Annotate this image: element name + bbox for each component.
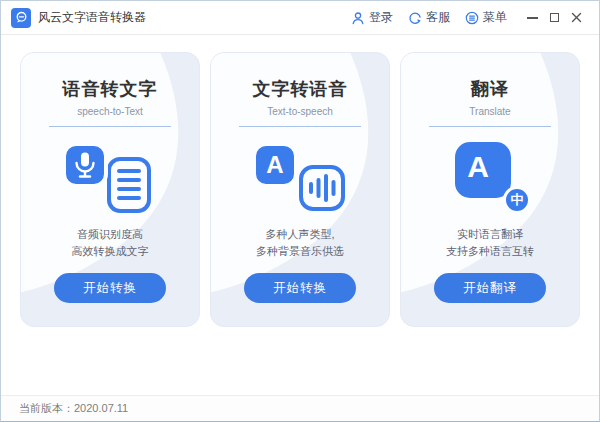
card-divider	[239, 126, 361, 127]
user-icon	[351, 11, 365, 25]
app-window: 风云文字语音转换器 登录 客服	[0, 0, 600, 422]
document-icon	[106, 156, 152, 214]
menu-button[interactable]: 菜单	[465, 9, 507, 26]
main-content: 语音转文字 speech-to-Text	[1, 35, 599, 395]
letter-a-icon: A	[252, 142, 298, 188]
customer-service-button[interactable]: 客服	[408, 9, 450, 26]
card-title: 文字转语音	[253, 77, 348, 101]
card-divider	[429, 126, 551, 127]
card-description-line1: 实时语言翻译	[446, 226, 534, 243]
footer-bar: 当前版本：2020.07.11	[1, 395, 599, 421]
microphone-icon	[62, 142, 108, 188]
card-description-line1: 音频识别度高	[72, 226, 149, 243]
start-convert-button-1[interactable]: 开始转换	[54, 273, 166, 303]
letter-a-glyph: A	[266, 153, 283, 177]
start-translate-button[interactable]: 开始翻译	[434, 273, 546, 303]
translate-letter-glyph: A	[467, 152, 489, 182]
card-title: 翻译	[471, 77, 509, 101]
card-subtitle: Translate	[469, 106, 510, 117]
customer-service-label: 客服	[426, 9, 450, 26]
chinese-char-glyph: 中	[511, 191, 524, 209]
window-controls	[521, 7, 587, 29]
app-title: 风云文字语音转换器	[38, 9, 146, 26]
card-speech-to-text: 语音转文字 speech-to-Text	[20, 52, 200, 327]
menu-icon	[465, 11, 479, 25]
version-label: 当前版本：2020.07.11	[19, 401, 128, 416]
chinese-char-badge-icon: 中	[503, 186, 531, 214]
card-description: 多种人声类型, 多种背景音乐供选	[256, 226, 344, 260]
login-label: 登录	[369, 9, 393, 26]
maximize-icon	[550, 13, 559, 22]
minimize-icon	[527, 17, 538, 19]
maximize-button[interactable]	[543, 7, 565, 29]
card-description-line2: 多种背景音乐供选	[256, 243, 344, 260]
start-convert-button-2[interactable]: 开始转换	[244, 273, 356, 303]
titlebar: 风云文字语音转换器 登录 客服	[1, 1, 599, 35]
app-logo-icon	[11, 8, 31, 28]
text-to-speech-icon: A	[252, 142, 348, 216]
menu-label: 菜单	[483, 9, 507, 26]
waveform-icon	[298, 164, 346, 212]
translate-letter-icon: A	[455, 142, 511, 198]
translate-icon: A 中	[455, 142, 525, 216]
card-divider	[49, 126, 171, 127]
card-description: 实时语言翻译 支持多种语言互转	[446, 226, 534, 260]
card-description: 音频识别度高 高效转换成文字	[72, 226, 149, 260]
card-description-line2: 高效转换成文字	[72, 243, 149, 260]
headset-icon	[408, 11, 422, 25]
close-button[interactable]	[565, 7, 587, 29]
card-description-line2: 支持多种语言互转	[446, 243, 534, 260]
card-subtitle: speech-to-Text	[77, 106, 143, 117]
card-title: 语音转文字	[63, 77, 158, 101]
card-description-line1: 多种人声类型,	[256, 226, 344, 243]
minimize-button[interactable]	[521, 7, 543, 29]
card-text-to-speech: 文字转语音 Text-to-speech A 多种	[210, 52, 390, 327]
close-icon	[571, 12, 582, 23]
titlebar-actions: 登录 客服 菜单	[336, 7, 587, 29]
card-translate: 翻译 Translate A 中 实时语言翻译 支持多种语言互转 开始翻译	[400, 52, 580, 327]
speech-to-text-icon	[62, 142, 158, 216]
login-button[interactable]: 登录	[351, 9, 393, 26]
card-subtitle: Text-to-speech	[267, 106, 333, 117]
